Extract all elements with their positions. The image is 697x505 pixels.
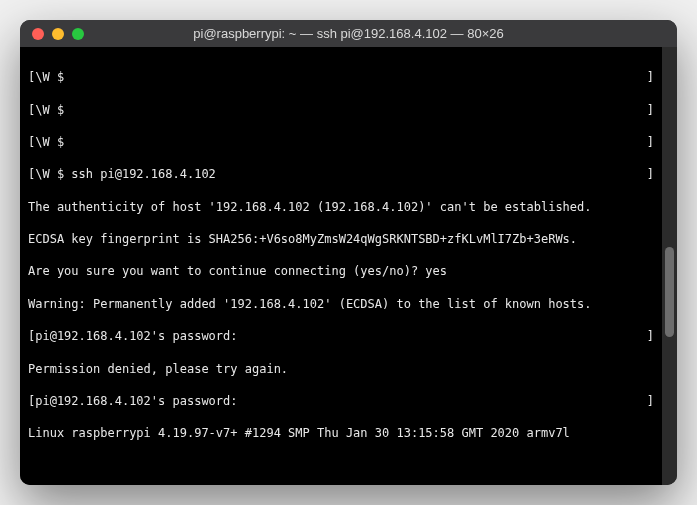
minimize-icon[interactable] [52, 28, 64, 40]
prompt-line: [\W $] [28, 69, 654, 85]
blank-line [28, 458, 654, 474]
prompt-text: [pi@192.168.4.102's password: [28, 394, 238, 408]
output-line: Linux raspberrypi 4.19.97-v7+ #1294 SMP … [28, 425, 654, 441]
close-icon[interactable] [32, 28, 44, 40]
prompt-text: [pi@192.168.4.102's password: [28, 329, 238, 343]
terminal-output[interactable]: [\W $] [\W $] [\W $] [\W $ ssh pi@192.16… [20, 47, 662, 485]
output-line: Are you sure you want to continue connec… [28, 263, 654, 279]
bracket-icon: ] [647, 134, 654, 150]
ssh-command-line: [\W $ ssh pi@192.168.4.102] [28, 166, 654, 182]
prompt-text: [\W $ ssh pi@192.168.4.102 [28, 167, 216, 181]
zoom-icon[interactable] [72, 28, 84, 40]
bracket-icon: ] [647, 69, 654, 85]
terminal-window: pi@raspberrypi: ~ — ssh pi@192.168.4.102… [20, 20, 677, 485]
prompt-text: [\W $ [28, 103, 64, 117]
password-prompt-line: [pi@192.168.4.102's password:] [28, 393, 654, 409]
bracket-icon: ] [647, 166, 654, 182]
scrollbar[interactable] [662, 47, 677, 485]
output-line: Warning: Permanently added '192.168.4.10… [28, 296, 654, 312]
window-title: pi@raspberrypi: ~ — ssh pi@192.168.4.102… [20, 26, 677, 41]
password-prompt-line: [pi@192.168.4.102's password:] [28, 328, 654, 344]
terminal-body: [\W $] [\W $] [\W $] [\W $ ssh pi@192.16… [20, 47, 677, 485]
output-line: ECDSA key fingerprint is SHA256:+V6so8My… [28, 231, 654, 247]
prompt-line: [\W $] [28, 102, 654, 118]
bracket-icon: ] [647, 328, 654, 344]
output-line: The authenticity of host '192.168.4.102 … [28, 199, 654, 215]
prompt-text: [\W $ [28, 135, 64, 149]
bracket-icon: ] [647, 102, 654, 118]
titlebar[interactable]: pi@raspberrypi: ~ — ssh pi@192.168.4.102… [20, 20, 677, 47]
prompt-line: [\W $] [28, 134, 654, 150]
bracket-icon: ] [647, 393, 654, 409]
scrollbar-thumb[interactable] [665, 247, 674, 337]
output-line: Permission denied, please try again. [28, 361, 654, 377]
prompt-text: [\W $ [28, 70, 64, 84]
traffic-lights [20, 28, 84, 40]
